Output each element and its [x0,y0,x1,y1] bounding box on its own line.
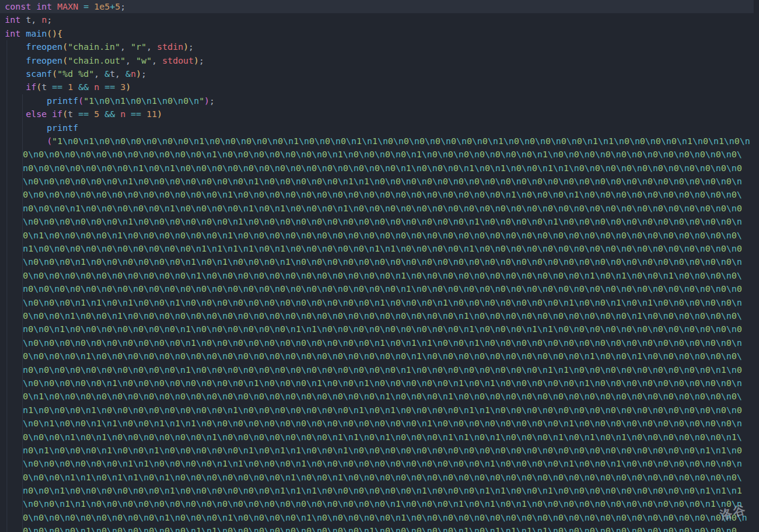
token: n [81,473,86,482]
token: n [658,459,663,468]
code-line[interactable]: int main(){ [0,27,759,40]
wrapped-string-line[interactable]: n1\n0\n0\n0\n1\n0\n0\n0\n0\n0\n0\n0\n0\n… [0,404,759,417]
token: \ [343,231,349,240]
wrapped-string-line[interactable]: 0\n1\n0\n0\n0\n0\n1\n0\n0\n0\n0\n0\n0\n1… [0,229,759,242]
token: 0 [579,446,585,455]
wrapped-string-line[interactable]: 0\n0\n0\n0\n1\n0\n0\n0\n0\n0\n0\n0\n0\n0… [0,349,759,363]
token: 0 [317,459,322,468]
token: \ [506,244,511,253]
token: 0 [737,365,742,375]
wrapped-string-line[interactable]: \n0\n0\n0\n0\n0\n0\n1\n1\n0\n0\n0\n0\n1\… [0,457,759,470]
token: \ [59,432,65,442]
token: \ [474,204,480,213]
scrollbar-track[interactable] [754,0,759,532]
token: \ [427,446,433,455]
token: \ [201,513,207,522]
token: 1 [349,177,354,186]
token: n [401,365,406,375]
token: n [249,298,254,307]
token: 0 [175,378,180,388]
code-line[interactable]: printf("1\n0\n1\n0\n1\n0\n0\n"); [0,94,759,107]
token: n [547,499,553,509]
token: n [349,473,354,482]
wrapped-string-line[interactable]: 0\n0\n0\n0\n0\n0\n0\n0\n0\n0\n0\n0\n1\n0… [0,148,759,161]
token: n [695,391,700,401]
token: n [353,324,359,334]
code-line[interactable]: if(t == 1 && n == 3) [0,80,759,94]
token: n [710,526,716,532]
token: 0 [432,513,437,522]
code-editor[interactable]: const int MAXN = 1e5+5;int t, n;int main… [0,0,759,532]
wrapped-string-line[interactable]: \n0\n0\n0\n0\n0\n0\n1\n0\n0\n0\n0\n0\n0\… [0,215,759,228]
token: n [322,405,328,415]
token: \ [75,432,81,442]
wrapped-string-line[interactable]: \n0\n0\n0\n1\n1\n0\n1\n0\n0\n1\n0\n0\n0\… [0,296,759,309]
wrapped-string-line[interactable]: \n0\n0\n1\n1\n0\n0\n0\n0\n0\n0\n0\n0\n0\… [0,497,759,510]
token: 0 [59,405,65,415]
wrapped-string-line[interactable]: \n0\n0\n0\n0\n0\n0\n0\n0\n0\n0\n1\n0\n0\… [0,336,759,349]
token: 0 [54,473,59,482]
token: 0 [600,378,606,388]
wrapped-string-line[interactable]: n0\n0\n1\n0\n0\n0\n0\n0\n0\n0\n1\n0\n0\n… [0,322,759,336]
token: 1 [152,96,157,106]
token: n [684,405,690,415]
code-line[interactable]: printf [0,121,759,135]
code-line[interactable]: else if(t == 5 && n == 11) [0,107,759,121]
wrapped-string-line[interactable]: 0\n0\n0\n0\n0\n0\n0\n0\n0\n0\n0\n0\n0\n1… [0,188,759,201]
code-line[interactable]: freopen("chain.in", "r", stdin); [0,40,759,53]
token: \ [679,446,684,455]
wrapped-string-line[interactable]: \n0\n1\n0\n0\n1\n1\n0\n0\n1\n1\n1\n0\n0\… [0,417,759,430]
code-line[interactable]: freopen("chain.out", "w", stdout); [0,54,759,67]
token: 0 [469,284,474,294]
wrapped-string-line[interactable]: n0\n0\n0\n1\n0\n0\n0\n0\n0\n1\n0\n0\n0\n… [0,202,759,215]
wrapped-string-line[interactable]: n1\n0\n0\n0\n0\n0\n0\n0\n0\n0\n0\n1\n1\n… [0,242,759,255]
wrapped-string-line[interactable]: 0\n0\n0\n0\n0\n0\n0\n0\n0\n0\n0\n1\n0\n0… [0,269,759,282]
token: n [414,136,419,146]
wrapped-string-line[interactable]: n0\n0\n1\n0\n0\n0\n0\n0\n0\n1\n0\n0\n0\n… [0,484,759,497]
token: n [59,459,65,468]
token: \ [338,338,343,348]
wrapped-string-line[interactable]: 0\n0\n0\n1\n0\n0\n1\n0\n0\n0\n0\n0\n0\n0… [0,309,759,322]
wrapped-string-line[interactable]: \n0\n0\n0\n1\n0\n0\n0\n0\n0\n0\n1\n0\n1\… [0,255,759,268]
token: \ [86,298,91,307]
token: 1 [65,499,70,509]
token: \ [349,324,354,334]
wrapped-string-line[interactable]: \n0\n0\n0\n0\n0\n0\n1\n0\n0\n0\n0\n0\n0\… [0,175,759,188]
token: 0 [737,324,742,334]
token: 0 [54,150,59,159]
token: 0 [695,419,700,428]
token: n [359,419,364,428]
token: n [595,177,600,186]
token: n [91,338,97,348]
wrapped-string-line[interactable]: n0\n0\n0\n0\n0\n0\n0\n0\n0\n0\n1\n0\n0\n… [0,363,759,376]
token: n [558,324,564,334]
token: 0 [637,271,642,280]
token: n [674,459,679,468]
token: ; [199,56,204,65]
token: \ [86,217,91,226]
wrapped-string-line[interactable]: 0\n0\n0\n1\n1\n0\n1\n1\n0\n1\n0\n0\n0\n0… [0,471,759,484]
token: 0 [201,446,207,455]
wrapped-string-line[interactable]: 0\n0\n0\n0\n1\n0\n0\n0\n0\n0\n0\n1\n1\n0… [0,524,759,532]
token: 0 [568,177,574,186]
token: n [532,217,537,226]
token: \ [38,257,44,267]
wrapped-string-line[interactable]: n0\n0\n0\n0\n0\n0\n0\n1\n0\n1\n0\n0\n0\n… [0,162,759,175]
code-line[interactable]: int t, n; [0,13,759,26]
wrapped-string-line[interactable]: 0\n0\n0\n0\n0\n0\n0\n0\n0\n1\n0\n0\n0\n1… [0,511,759,524]
wrapped-string-line[interactable]: n0\n0\n0\n0\n0\n0\n0\n0\n0\n0\n0\n0\n0\n… [0,282,759,295]
wrapped-string-line[interactable]: ("1\n0\n1\n0\n0\n0\n0\n0\n0\n1\n0\n0\n0\… [0,135,759,148]
code-area[interactable]: const int MAXN = 1e5+5;int t, n;int main… [0,0,759,532]
token: 1 [165,513,170,522]
wrapped-string-line[interactable]: \n0\n0\n0\n0\n0\n1\n0\n0\n0\n0\n0\n0\n0\… [0,376,759,390]
wrapped-string-line[interactable]: n0\n1\n0\n0\n0\n1\n0\n0\n1\n0\n0\n0\n0\n… [0,444,759,457]
wrapped-string-line[interactable]: 0\n1\n0\n0\n0\n0\n0\n0\n0\n0\n0\n0\n0\n0… [0,390,759,403]
code-line[interactable]: scanf("%d %d", &t, &n); [0,67,759,80]
wrapped-string-line[interactable]: 0\n0\n0\n1\n0\n1\n0\n0\n0\n0\n0\n0\n1\n0… [0,431,759,444]
token: 0 [196,473,201,482]
token: \ [170,513,175,522]
token: n [579,499,585,509]
code-line[interactable]: const int MAXN = 1e5+5; [0,0,759,13]
token: n [311,298,317,307]
token: n [501,217,506,226]
